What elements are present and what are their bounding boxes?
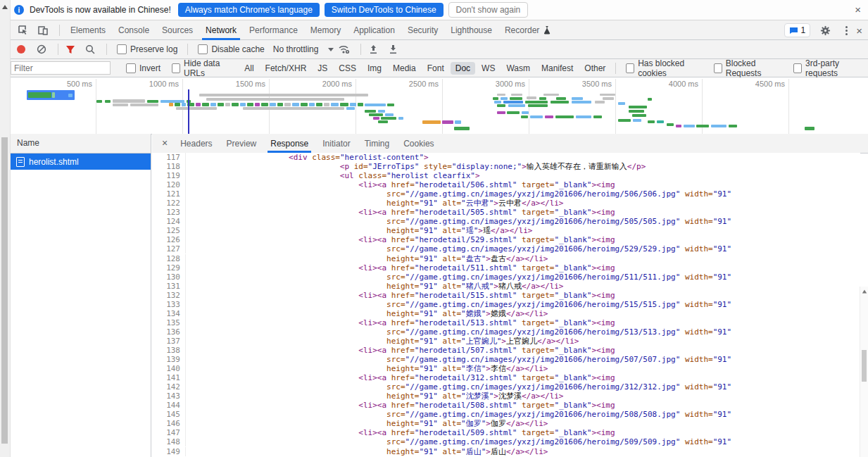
dont-show-again-button[interactable]: Don't show again xyxy=(448,2,529,18)
page-scrollbar[interactable] xyxy=(0,0,11,457)
tab-performance[interactable]: Performance xyxy=(243,20,304,40)
filter-pill-manifest[interactable]: Manifest xyxy=(536,62,578,75)
tab-security[interactable]: Security xyxy=(401,20,444,40)
tab-memory[interactable]: Memory xyxy=(304,20,347,40)
detail-tab-preview[interactable]: Preview xyxy=(220,134,264,153)
tab-lighthouse[interactable]: Lighthouse xyxy=(444,20,498,40)
settings-gear-icon[interactable] xyxy=(817,23,833,38)
waterfall-bar xyxy=(507,111,520,114)
network-overview-timeline[interactable]: 500 ms1000 ms1500 ms2000 ms2500 ms3000 m… xyxy=(0,77,868,134)
issues-counter[interactable]: 1 xyxy=(784,23,811,37)
network-lower-split: Name herolist.shtml × HeadersPreviewResp… xyxy=(0,134,868,457)
scrollbar-thumb[interactable] xyxy=(862,350,867,382)
blocked-requests-checkbox[interactable]: Blocked Requests xyxy=(714,58,782,78)
waterfall-bar xyxy=(600,94,615,96)
request-row-herolist-shtml[interactable]: herolist.shtml xyxy=(11,154,151,170)
code-line: 128height="91" alt="盘古">盘古</a></li> xyxy=(152,254,860,263)
disable-cache-label: Disable cache xyxy=(211,44,264,54)
waterfall-bar xyxy=(497,111,505,114)
chevron-down-icon xyxy=(328,48,334,51)
code-line: 146height="91" alt="伽罗">伽罗</a></li> xyxy=(152,419,860,428)
code-line: 143height="91" alt="沈梦溪">沈梦溪</a></li> xyxy=(152,392,860,401)
divider xyxy=(106,44,107,55)
filter-pill-ws[interactable]: WS xyxy=(477,62,500,75)
waterfall-bar xyxy=(243,107,344,110)
divider xyxy=(187,44,188,55)
code-line: 126<li><a href="herodetail/529.shtml" ta… xyxy=(152,235,860,244)
filter-pill-css[interactable]: CSS xyxy=(334,62,361,75)
scroll-up-icon[interactable] xyxy=(862,290,866,294)
infobar-close-icon[interactable]: × xyxy=(855,4,861,15)
checkbox-icon[interactable] xyxy=(172,63,180,73)
filter-pill-wasm[interactable]: Wasm xyxy=(501,62,535,75)
more-options-icon[interactable] xyxy=(844,25,849,37)
checkbox-icon[interactable] xyxy=(198,44,208,54)
code-text: <li><a href="herodetail/509.shtml" targe… xyxy=(186,428,615,437)
issues-count: 1 xyxy=(801,25,806,35)
filter-pill-img[interactable]: Img xyxy=(363,62,386,75)
waterfall-bar xyxy=(521,115,528,118)
line-number: 140 xyxy=(152,364,186,373)
filter-pill-font[interactable]: Font xyxy=(422,62,449,75)
scroll-up-icon[interactable] xyxy=(2,5,8,9)
waterfall-bar xyxy=(301,103,308,106)
waterfall-bar xyxy=(545,115,553,118)
tab-recorder[interactable]: Recorder xyxy=(498,20,558,40)
import-har-icon[interactable] xyxy=(365,42,381,57)
detail-tab-timing[interactable]: Timing xyxy=(358,134,397,153)
search-icon[interactable] xyxy=(82,42,98,57)
response-scrollbar[interactable] xyxy=(860,287,868,457)
checkbox-icon[interactable] xyxy=(626,63,634,73)
device-toolbar-icon[interactable] xyxy=(35,23,51,38)
clear-network-log-icon[interactable] xyxy=(34,42,49,57)
filter-pill-all[interactable]: All xyxy=(239,62,258,75)
code-text: <li><a href="herodetail/508.shtml" targe… xyxy=(186,401,615,410)
checkbox-icon[interactable] xyxy=(714,63,722,73)
disable-cache-checkbox[interactable]: Disable cache xyxy=(198,44,264,54)
waterfall-bar xyxy=(358,103,363,106)
filter-pill-doc[interactable]: Doc xyxy=(451,62,475,75)
filter-pill-other[interactable]: Other xyxy=(579,62,610,75)
waterfall-bar xyxy=(501,97,508,100)
record-network-log-icon[interactable] xyxy=(17,45,25,54)
response-source-viewer[interactable]: 117<div class="herolist-content">118<p i… xyxy=(152,153,860,457)
checkbox-icon[interactable] xyxy=(117,44,127,54)
filter-funnel-icon[interactable] xyxy=(63,42,78,57)
detail-tab-response[interactable]: Response xyxy=(263,134,315,153)
tab-label: Elements xyxy=(70,25,106,35)
throttling-dropdown[interactable]: No throttling xyxy=(273,44,334,54)
detail-tab-initiator[interactable]: Initiator xyxy=(315,134,357,153)
filter-pill-fetch-xhr[interactable]: Fetch/XHR xyxy=(260,62,312,75)
network-conditions-icon[interactable] xyxy=(336,42,352,57)
tab-elements[interactable]: Elements xyxy=(64,20,112,40)
name-column-header[interactable]: Name xyxy=(11,134,151,154)
has-blocked-cookies-checkbox[interactable]: Has blocked cookies xyxy=(626,58,703,78)
code-line: 142src="//game.gtimg.cn/images/yxzj/img2… xyxy=(152,382,860,392)
detail-tab-cookies[interactable]: Cookies xyxy=(396,134,441,153)
filter-pill-media[interactable]: Media xyxy=(388,62,421,75)
detail-tab-headers[interactable]: Headers xyxy=(173,134,219,153)
tab-network[interactable]: Network xyxy=(199,20,243,40)
invert-checkbox[interactable]: Invert xyxy=(126,63,161,73)
checkbox-icon[interactable] xyxy=(793,63,802,73)
hide-data-urls-checkbox[interactable]: Hide data URLs xyxy=(172,58,233,78)
tab-sources[interactable]: Sources xyxy=(156,20,199,40)
waterfall-bar xyxy=(633,119,641,122)
code-text: src="//game.gtimg.cn/images/yxzj/img2016… xyxy=(186,189,731,199)
waterfall-bar xyxy=(350,103,356,106)
filter-input[interactable] xyxy=(11,61,111,75)
scrollbar-thumb[interactable] xyxy=(1,137,8,444)
third-party-requests-checkbox[interactable]: 3rd-party requests xyxy=(793,58,862,78)
checkbox-icon[interactable] xyxy=(126,63,136,73)
filter-pill-js[interactable]: JS xyxy=(313,62,332,75)
tab-application[interactable]: Application xyxy=(347,20,401,40)
export-har-icon[interactable] xyxy=(385,42,401,57)
tab-console[interactable]: Console xyxy=(112,20,156,40)
devtools-close-icon[interactable]: × xyxy=(856,25,862,36)
match-chrome-language-button[interactable]: Always match Chrome's language xyxy=(178,3,320,17)
close-detail-icon[interactable]: × xyxy=(162,138,168,149)
preserve-log-checkbox[interactable]: Preserve log xyxy=(117,44,177,54)
inspect-element-icon[interactable] xyxy=(15,23,31,38)
code-text: src="//game.gtimg.cn/images/yxzj/img2016… xyxy=(186,437,731,446)
switch-devtools-chinese-button[interactable]: Switch DevTools to Chinese xyxy=(325,3,444,17)
